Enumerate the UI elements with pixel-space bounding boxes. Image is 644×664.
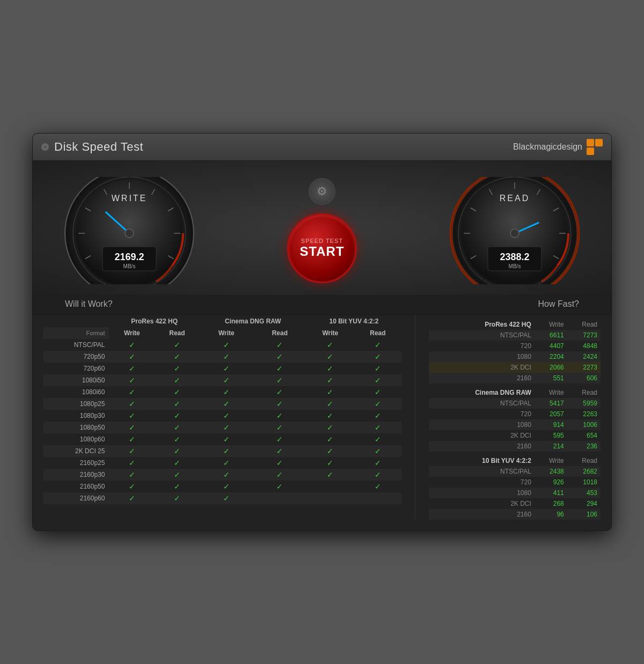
check-cell: ✓ bbox=[253, 469, 306, 481]
check-cell: ✓ bbox=[306, 457, 354, 469]
check-cell bbox=[354, 492, 401, 504]
format-cell: 1080p25 bbox=[43, 398, 109, 410]
check-cell: ✓ bbox=[200, 422, 253, 433]
write-col-3: Write bbox=[306, 327, 354, 339]
start-label-main: START bbox=[299, 244, 344, 259]
table-row: 2K DCI 25✓✓✓✓✓✓ bbox=[43, 445, 401, 457]
hf-section-name: 10 Bit YUV 4:2:2 bbox=[438, 452, 535, 466]
check-cell: ✓ bbox=[109, 339, 155, 351]
start-button[interactable]: SPEED TEST START bbox=[287, 213, 357, 283]
brand-logo-row-1 bbox=[587, 139, 603, 146]
svg-point-14 bbox=[125, 229, 134, 238]
hf-read-value: 2424 bbox=[567, 351, 601, 362]
hf-data-row: 216096106 bbox=[429, 509, 601, 520]
check-cell: ✓ bbox=[109, 363, 155, 374]
check-cell: ✓ bbox=[306, 445, 354, 457]
check-cell: ✓ bbox=[155, 374, 200, 386]
hf-write-value: 96 bbox=[535, 509, 567, 520]
hf-write-value: 5417 bbox=[535, 398, 567, 409]
check-cell: ✓ bbox=[306, 363, 354, 374]
divider bbox=[415, 315, 415, 520]
format-cell: 1080p60 bbox=[43, 433, 109, 445]
hf-row-label: 1080 bbox=[438, 488, 535, 498]
check-cell: ✓ bbox=[200, 386, 253, 398]
hf-read-value: 1018 bbox=[567, 477, 601, 488]
hf-read-label: Read bbox=[567, 383, 601, 398]
format-cell: 2160p25 bbox=[43, 457, 109, 469]
hf-write-value: 411 bbox=[535, 488, 567, 498]
check-cell: ✓ bbox=[200, 339, 253, 351]
read-col-3: Read bbox=[354, 327, 401, 339]
gauges-section: 2169.2 MB/s WRITE ⚙ SPEED TEST START bbox=[33, 161, 611, 295]
check-cell bbox=[306, 481, 354, 492]
check-cell: ✓ bbox=[253, 433, 306, 445]
check-cell: ✓ bbox=[354, 433, 401, 445]
read-col-1: Read bbox=[155, 327, 200, 339]
brand: Blackmagicdesign bbox=[513, 139, 603, 155]
hf-read-value: 4848 bbox=[567, 341, 601, 351]
check-cell: ✓ bbox=[306, 398, 354, 410]
svg-text:MB/s: MB/s bbox=[509, 263, 521, 269]
check-cell: ✓ bbox=[354, 445, 401, 457]
hf-read-value: 453 bbox=[567, 488, 601, 498]
hf-read-value: 654 bbox=[567, 430, 601, 441]
settings-button[interactable]: ⚙ bbox=[309, 178, 335, 205]
check-cell: ✓ bbox=[354, 339, 401, 351]
check-cell: ✓ bbox=[155, 422, 200, 433]
check-cell: ✓ bbox=[354, 374, 401, 386]
check-cell: ✓ bbox=[306, 469, 354, 481]
hf-data-row: 72020572263 bbox=[429, 409, 601, 419]
check-cell: ✓ bbox=[354, 398, 401, 410]
section-labels: Will it Work? How Fast? bbox=[33, 295, 611, 315]
check-cell bbox=[306, 492, 354, 504]
yuv-header: 10 Bit YUV 4:2:2 bbox=[306, 315, 401, 327]
hf-row-label: 2K DCI bbox=[438, 498, 535, 509]
hf-read-label: Read bbox=[567, 315, 601, 330]
hf-section-name: Cinema DNG RAW bbox=[438, 383, 535, 398]
check-cell: ✓ bbox=[155, 469, 200, 481]
check-cell: ✓ bbox=[109, 481, 155, 492]
table-row: 1080i50✓✓✓✓✓✓ bbox=[43, 374, 401, 386]
check-cell: ✓ bbox=[354, 410, 401, 422]
hf-read-value: 106 bbox=[567, 509, 601, 520]
hf-write-value: 2066 bbox=[535, 362, 567, 373]
table-row: 2160p30✓✓✓✓✓✓ bbox=[43, 469, 401, 481]
check-cell: ✓ bbox=[109, 422, 155, 433]
brand-square-2 bbox=[595, 139, 603, 146]
check-cell: ✓ bbox=[306, 351, 354, 363]
format-col-header: Format bbox=[43, 327, 109, 339]
check-cell: ✓ bbox=[200, 492, 253, 504]
write-gauge-container: 2169.2 MB/s WRITE bbox=[54, 177, 204, 284]
hf-data-row: 1080411453 bbox=[429, 488, 601, 498]
check-cell: ✓ bbox=[200, 363, 253, 374]
check-cell: ✓ bbox=[200, 445, 253, 457]
format-cell: 2160p30 bbox=[43, 469, 109, 481]
hf-read-label: Read bbox=[567, 452, 601, 466]
cinema-dng-header: Cinema DNG RAW bbox=[200, 315, 306, 327]
hf-row-label: 720 bbox=[438, 477, 535, 488]
will-it-work-table: ProRes 422 HQ Cinema DNG RAW 10 Bit YUV … bbox=[43, 315, 401, 520]
hf-row-label: NTSC/PAL bbox=[438, 330, 535, 341]
check-cell: ✓ bbox=[200, 398, 253, 410]
check-cell: ✓ bbox=[253, 398, 306, 410]
check-cell: ✓ bbox=[109, 492, 155, 504]
check-cell: ✓ bbox=[354, 386, 401, 398]
hf-write-value: 6611 bbox=[535, 330, 567, 341]
close-button[interactable]: ✕ bbox=[41, 143, 49, 151]
brand-logo-row-2 bbox=[587, 147, 603, 155]
check-cell: ✓ bbox=[253, 481, 306, 492]
check-cell: ✓ bbox=[200, 433, 253, 445]
hf-section-header: Cinema DNG RAWWriteRead bbox=[429, 383, 601, 398]
hf-read-value: 294 bbox=[567, 498, 601, 509]
check-cell: ✓ bbox=[253, 339, 306, 351]
table-row: 1080p25✓✓✓✓✓✓ bbox=[43, 398, 401, 410]
hf-section-name: ProRes 422 HQ bbox=[438, 315, 535, 330]
check-cell: ✓ bbox=[155, 445, 200, 457]
check-cell: ✓ bbox=[155, 351, 200, 363]
hf-data-row: NTSC/PAL54175959 bbox=[429, 398, 601, 409]
format-cell: 720p60 bbox=[43, 363, 109, 374]
titlebar: ✕ Disk Speed Test Blackmagicdesign bbox=[33, 134, 611, 161]
hf-write-value: 595 bbox=[535, 430, 567, 441]
brand-square-1 bbox=[587, 139, 594, 146]
hf-read-value: 606 bbox=[567, 373, 601, 383]
